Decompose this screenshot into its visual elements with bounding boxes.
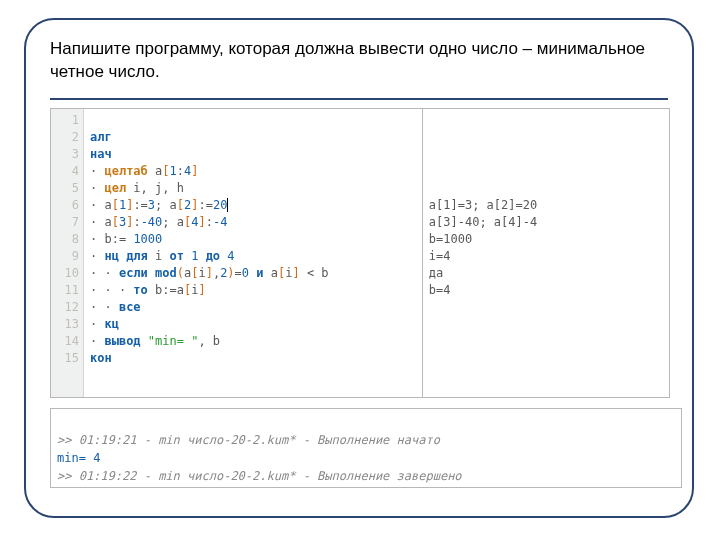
console-output: >> 01:19:21 - min число-20-2.kum* - Выпо…	[50, 408, 682, 488]
console-out: min=	[57, 451, 93, 465]
dot: ·	[90, 198, 104, 212]
dot: ·	[90, 249, 104, 263]
ln: 15	[51, 350, 79, 367]
kw: то	[133, 283, 155, 297]
dot: ·	[90, 334, 104, 348]
sep: ;	[162, 215, 176, 229]
sep: :	[177, 164, 184, 178]
ln: 11	[51, 282, 79, 299]
console-val: 4	[93, 451, 100, 465]
dot: · · ·	[90, 283, 133, 297]
ide-area: 1 2 3 4 5 6 7 8 9 10 11 12 13 14 15 алг …	[50, 108, 670, 398]
vr	[429, 181, 436, 195]
br: [	[112, 215, 119, 229]
kw: кон	[90, 351, 112, 365]
id: a	[104, 198, 111, 212]
dot: · ·	[90, 300, 119, 314]
num: 1000	[133, 232, 162, 246]
vr: b=4	[429, 283, 451, 297]
id: a	[170, 198, 177, 212]
divider	[50, 98, 668, 100]
num: 1	[170, 164, 177, 178]
vr: b=1000	[429, 232, 472, 246]
vars: i, j, h	[133, 181, 184, 195]
vr: a[1]=3; a[2]=20	[429, 198, 537, 212]
id: a	[104, 215, 111, 229]
br: (	[177, 266, 184, 280]
kw: и	[249, 266, 271, 280]
id: i	[198, 266, 205, 280]
expr: b:=a	[155, 283, 184, 297]
id: a	[271, 266, 278, 280]
num: 3	[148, 198, 155, 212]
kw: все	[119, 300, 141, 314]
console-line: >> 01:19:21 - min число-20-2.kum* - Выпо…	[57, 433, 440, 447]
string: "min= "	[148, 334, 199, 348]
rest: < b	[300, 266, 329, 280]
code-pane[interactable]: 1 2 3 4 5 6 7 8 9 10 11 12 13 14 15 алг …	[50, 108, 423, 398]
slide-frame: Напишите программу, которая должна вывес…	[24, 18, 694, 518]
title-line-1: Напишите программу, которая должна вывес…	[50, 39, 645, 58]
dot: ·	[90, 317, 104, 331]
br: [	[162, 164, 169, 178]
dot: · ·	[90, 266, 119, 280]
num: -4	[213, 215, 227, 229]
dot: ·	[90, 164, 104, 178]
kw: от	[162, 249, 191, 263]
ln: 6	[51, 197, 79, 214]
num: 4	[227, 249, 234, 263]
kw: кц	[104, 317, 118, 331]
kw: цел	[104, 181, 133, 195]
vr: да	[429, 266, 443, 280]
vr: a[3]-40; a[4]-4	[429, 215, 537, 229]
ln: 9	[51, 248, 79, 265]
vars-pane: a[1]=3; a[2]=20 a[3]-40; a[4]-4 b=1000 i…	[423, 108, 670, 398]
br: [	[112, 198, 119, 212]
br: )	[227, 266, 234, 280]
ln: 1	[51, 112, 79, 129]
br: ]	[198, 215, 205, 229]
br: ]	[292, 266, 299, 280]
ln: 2	[51, 129, 79, 146]
task-title: Напишите программу, которая должна вывес…	[50, 38, 668, 84]
op: =	[235, 266, 242, 280]
br: ]	[191, 164, 198, 178]
ln: 14	[51, 333, 79, 350]
vr	[429, 164, 436, 178]
op: :=	[133, 198, 147, 212]
op: :=	[198, 198, 212, 212]
dot: ·	[90, 215, 104, 229]
id: a	[177, 215, 184, 229]
op: :	[133, 215, 140, 229]
kw: до	[198, 249, 227, 263]
id: b	[104, 232, 111, 246]
kw: вывод	[104, 334, 147, 348]
sep: ;	[155, 198, 169, 212]
dot: ·	[90, 181, 104, 195]
ln: 3	[51, 146, 79, 163]
br: ]	[206, 266, 213, 280]
vr	[429, 147, 436, 161]
ln: 7	[51, 214, 79, 231]
line-gutter: 1 2 3 4 5 6 7 8 9 10 11 12 13 14 15	[51, 109, 84, 397]
num: 0	[242, 266, 249, 280]
rest: , b	[198, 334, 220, 348]
ln: 4	[51, 163, 79, 180]
op: :=	[112, 232, 134, 246]
vr	[429, 130, 436, 144]
dot: ·	[90, 232, 104, 246]
br: ]	[198, 283, 205, 297]
kw: целтаб	[104, 164, 155, 178]
ln: 12	[51, 299, 79, 316]
kw: нач	[90, 147, 112, 161]
fn: mod	[155, 266, 177, 280]
op: :	[206, 215, 213, 229]
console-line: >> 01:19:22 - min число-20-2.kum* - Выпо…	[57, 469, 462, 483]
ln: 13	[51, 316, 79, 333]
title-line-2: четное число.	[50, 62, 160, 81]
ln: 8	[51, 231, 79, 248]
num: 20	[213, 198, 228, 212]
code-editor[interactable]: алг нач · целтаб a[1:4] · цел i, j, h · …	[84, 109, 335, 397]
ln: 5	[51, 180, 79, 197]
br: [	[177, 198, 184, 212]
